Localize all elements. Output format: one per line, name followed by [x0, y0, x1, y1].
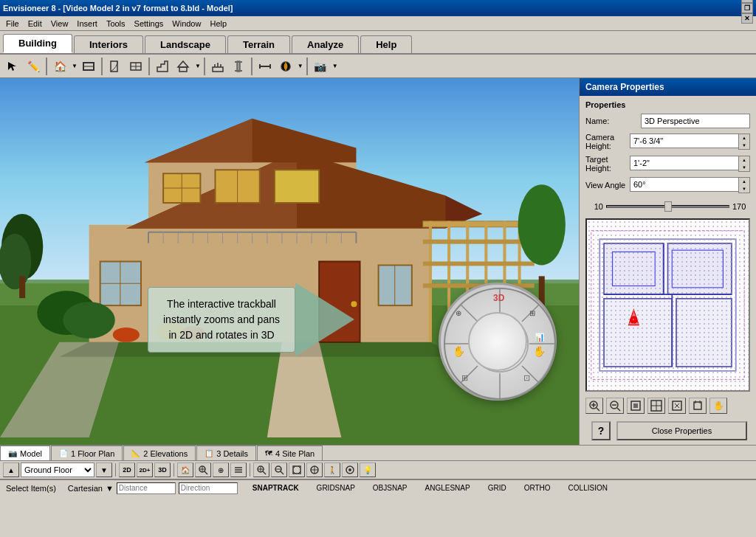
zoom-in-toolbar-btn[interactable]: [195, 462, 211, 477]
mini-floorplan[interactable]: [585, 218, 750, 392]
pan-view-btn[interactable]: [306, 462, 323, 477]
fly-btn[interactable]: [342, 462, 358, 477]
menu-insert[interactable]: Insert: [72, 18, 102, 30]
select-tool[interactable]: [3, 57, 22, 76]
distance-input[interactable]: [117, 482, 176, 494]
menu-file[interactable]: File: [1, 18, 24, 30]
ortho-status[interactable]: ORTHO: [521, 484, 554, 492]
house-tool[interactable]: 🏠: [50, 57, 69, 76]
help-button[interactable]: ?: [591, 421, 611, 440]
status-label: Select Item(s): [6, 484, 56, 493]
tab-model[interactable]: 📷 Model: [0, 446, 50, 460]
tab-analyze[interactable]: Analyze: [292, 35, 359, 53]
column-tool[interactable]: [229, 57, 248, 76]
view-angle-up[interactable]: ▲: [739, 178, 749, 185]
light-btn[interactable]: 💡: [360, 462, 376, 477]
name-input[interactable]: [641, 114, 750, 128]
camera-tool[interactable]: 📷: [311, 57, 330, 76]
tab-terrain[interactable]: Terrain: [227, 35, 290, 53]
target-height-down[interactable]: ▼: [739, 164, 749, 171]
close-btn[interactable]: ✕: [741, 13, 753, 24]
anglesnap-status[interactable]: ANGLESNAP: [422, 484, 473, 492]
svg-rect-15: [235, 70, 242, 72]
house-view-btn[interactable]: 🏠: [177, 462, 193, 477]
foundation-tool[interactable]: [208, 57, 227, 76]
menu-view[interactable]: View: [47, 18, 73, 30]
camera-height-down[interactable]: ▼: [739, 142, 749, 149]
camera-height-spin-btns: ▲ ▼: [738, 134, 750, 150]
zoom-out-btn[interactable]: [606, 398, 624, 414]
view-3d-btn[interactable]: 3D: [154, 462, 171, 477]
main-toolbar: ✏️ 🏠 ▼ ▼ ▼ 📷 ▼: [0, 55, 756, 78]
layers-btn[interactable]: [230, 462, 247, 477]
restore-btn[interactable]: ❐: [741, 3, 753, 13]
wheel-outer-ring[interactable]: 3D 📊 ⊞ ✋ ⊡ ⊞ ✋ ⊕: [439, 283, 557, 401]
material-tool[interactable]: [276, 57, 295, 76]
zoom-full-btn[interactable]: [647, 398, 665, 414]
hand-pan-btn[interactable]: ✋: [709, 398, 727, 414]
rotate-btn[interactable]: [689, 398, 707, 414]
wall-tool[interactable]: [79, 57, 98, 76]
house-tool-arrow[interactable]: ▼: [72, 63, 78, 69]
menu-help[interactable]: Help: [205, 18, 231, 30]
stair-tool[interactable]: [153, 57, 172, 76]
floor-up-btn[interactable]: ▲: [3, 462, 19, 477]
tab-help[interactable]: Help: [360, 35, 412, 53]
gridsnap-status[interactable]: GRIDSNAP: [314, 484, 358, 492]
tab-landscape[interactable]: Landscape: [145, 35, 226, 53]
zoom-out-2-btn[interactable]: [271, 462, 287, 477]
angle-slider-thumb[interactable]: [664, 201, 672, 212]
tab-details[interactable]: 📋 3 Details: [196, 446, 256, 460]
camera-height-up[interactable]: ▲: [739, 134, 749, 142]
svg-line-135: [205, 471, 207, 474]
angle-slider-track[interactable]: [606, 205, 729, 208]
pan-btn[interactable]: [668, 398, 686, 414]
elevations-tab-label: 2 Elevations: [143, 449, 188, 458]
roof-tool[interactable]: [173, 57, 193, 76]
tab-site-plan[interactable]: 🗺 4 Site Plan: [257, 446, 323, 460]
measure-tool[interactable]: [255, 57, 275, 76]
snaptrack-status[interactable]: SNAPTRACK: [250, 484, 302, 492]
menu-window[interactable]: Window: [168, 18, 205, 30]
tab-interiors[interactable]: Interiors: [74, 35, 143, 53]
trackball-wheel[interactable]: 3D 📊 ⊞ ✋ ⊡ ⊞ ✋ ⊕: [439, 283, 557, 401]
pencil-tool[interactable]: ✏️: [24, 57, 43, 76]
target-height-input[interactable]: [630, 156, 738, 170]
zoom-fit-btn[interactable]: [627, 398, 645, 414]
snap-btn[interactable]: ⊕: [213, 462, 229, 477]
direction-input[interactable]: [179, 482, 238, 494]
wheel-inner[interactable]: [468, 312, 527, 371]
camera-height-input[interactable]: [630, 134, 738, 148]
grid-status[interactable]: GRID: [485, 484, 509, 492]
view-angle-input[interactable]: [630, 177, 738, 192]
menu-settings[interactable]: Settings: [130, 18, 168, 30]
view-2d-plus-btn[interactable]: 2D+: [137, 462, 153, 477]
view-angle-down[interactable]: ▼: [739, 185, 749, 193]
menu-edit[interactable]: Edit: [24, 18, 47, 30]
collision-status[interactable]: COLLISION: [566, 484, 611, 492]
walk-btn[interactable]: 🚶: [324, 462, 340, 477]
window-tool[interactable]: [126, 57, 145, 76]
floor-selector[interactable]: Ground Floor Upper Floor Basement: [21, 462, 94, 477]
cartesian-dropdown-icon[interactable]: ▼: [106, 484, 114, 493]
3d-viewport[interactable]: The interactive trackball instantly zoom…: [0, 78, 579, 445]
tab-floor-plan[interactable]: 📄 1 Floor Plan: [51, 446, 123, 460]
camera-tool-arrow[interactable]: ▼: [332, 63, 338, 69]
tab-building[interactable]: Building: [3, 34, 72, 53]
material-tool-arrow[interactable]: ▼: [298, 63, 303, 69]
tab-elevations[interactable]: 📐 2 Elevations: [123, 446, 196, 460]
zoom-in-btn[interactable]: [585, 398, 603, 414]
floor-down-btn[interactable]: ▼: [96, 462, 112, 477]
tooltip-text: The interactive trackball instantly zoom…: [148, 287, 295, 353]
objsnap-status[interactable]: OBJSNAP: [370, 484, 410, 492]
zoom-in-2-btn[interactable]: [253, 462, 269, 477]
close-properties-btn[interactable]: Close Properties: [616, 421, 747, 440]
view-2d-btn[interactable]: 2D: [119, 462, 135, 477]
door-tool[interactable]: [106, 57, 125, 76]
panel-bottom-row: ? Close Properties: [580, 417, 756, 445]
menu-tools[interactable]: Tools: [102, 18, 130, 30]
target-height-up[interactable]: ▲: [739, 156, 749, 164]
fit-view-btn[interactable]: [289, 462, 305, 477]
roof-tool-arrow[interactable]: ▼: [195, 63, 201, 69]
toolbar-sep-1: [46, 58, 47, 75]
